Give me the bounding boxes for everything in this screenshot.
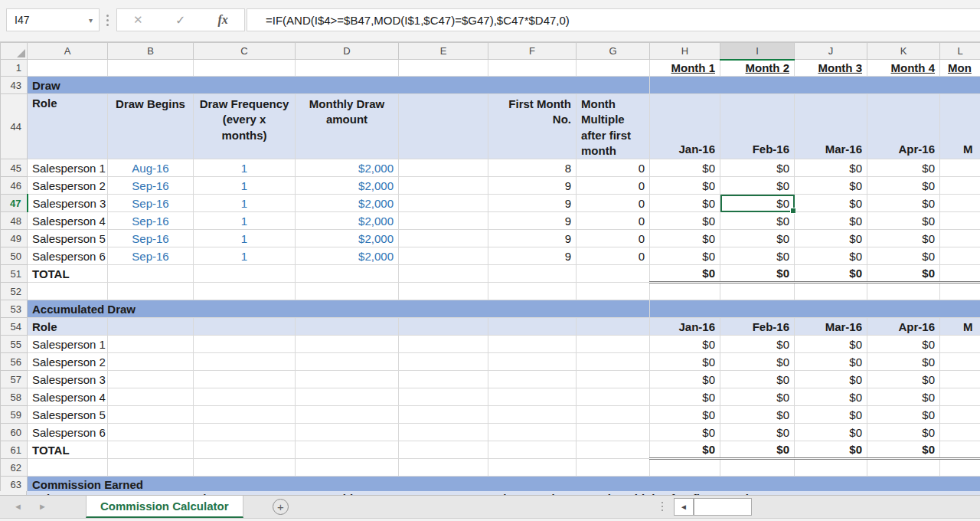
hscroll-thumb[interactable] <box>694 498 752 516</box>
cell-E50[interactable] <box>399 247 488 265</box>
cell-B49[interactable]: Sep-16 <box>108 230 194 247</box>
cell-I51[interactable]: $0 <box>720 265 795 283</box>
cell-L57[interactable] <box>940 371 980 388</box>
section-band-accumulated-draw[interactable] <box>650 300 980 318</box>
cell-H58[interactable]: $0 <box>650 388 720 406</box>
cell-F57[interactable] <box>488 371 577 388</box>
cell-J60[interactable]: $0 <box>795 424 867 441</box>
cell-K60[interactable]: $0 <box>867 424 940 441</box>
cell-C54[interactable] <box>194 318 296 336</box>
cell-I58[interactable]: $0 <box>720 388 795 406</box>
section-title-accumulated-draw[interactable]: Accumulated Draw <box>28 300 650 318</box>
cell-L56[interactable] <box>940 353 980 371</box>
cell-C48[interactable]: 1 <box>194 212 296 230</box>
cell-C59[interactable] <box>194 406 296 424</box>
cell-B44[interactable]: Draw Begins <box>108 94 194 159</box>
cell-L45[interactable] <box>940 159 980 177</box>
cell-F58[interactable] <box>488 388 577 406</box>
cell-H1[interactable]: Month 1 <box>650 60 720 77</box>
cell-F48[interactable]: 9 <box>488 212 577 230</box>
cell-I56[interactable]: $0 <box>720 353 795 371</box>
cell-I61[interactable]: $0 <box>720 441 795 459</box>
cell-B50[interactable]: Sep-16 <box>108 247 194 265</box>
row-header-47[interactable]: 47 <box>1 195 28 212</box>
cell-B45[interactable]: Aug-16 <box>108 159 194 177</box>
row-header-49[interactable]: 49 <box>1 230 28 247</box>
cell-K54[interactable]: Apr-16 <box>867 318 940 336</box>
cell-L58[interactable] <box>940 388 980 406</box>
column-header-I[interactable]: I <box>720 43 795 60</box>
cell-C57[interactable] <box>194 371 296 388</box>
sheet-tab-commission-calculator[interactable]: Commission Calculator <box>86 496 243 518</box>
section-title-draw[interactable]: Draw <box>28 77 650 94</box>
column-header-B[interactable]: B <box>108 43 194 60</box>
row-header-50[interactable]: 50 <box>1 247 28 265</box>
cell-D46[interactable]: $2,000 <box>296 177 399 195</box>
cell-I55[interactable]: $0 <box>720 336 795 353</box>
cell-E49[interactable] <box>399 230 488 247</box>
cell-D56[interactable] <box>296 353 399 371</box>
cell-B62[interactable] <box>108 459 194 477</box>
cell-B60[interactable] <box>108 424 194 441</box>
cell-E56[interactable] <box>399 353 488 371</box>
cell-B51[interactable] <box>108 265 194 283</box>
cell-B56[interactable] <box>108 353 194 371</box>
cell-K61[interactable]: $0 <box>867 441 940 459</box>
cell-C51[interactable] <box>194 265 296 283</box>
cell-H52[interactable] <box>650 283 720 300</box>
cell-B48[interactable]: Sep-16 <box>108 212 194 230</box>
cell-H46[interactable]: $0 <box>650 177 720 195</box>
cell-F49[interactable]: 9 <box>488 230 577 247</box>
sheet-nav-left-icon[interactable]: ◄ <box>14 503 22 511</box>
cell-B1[interactable] <box>108 60 194 77</box>
cell-L55[interactable] <box>940 336 980 353</box>
cell-J48[interactable]: $0 <box>795 212 867 230</box>
cell-I62[interactable] <box>720 459 795 477</box>
cell-L59[interactable] <box>940 406 980 424</box>
cell-H56[interactable]: $0 <box>650 353 720 371</box>
cell-C47[interactable]: 1 <box>194 195 296 212</box>
column-header-J[interactable]: J <box>795 43 867 60</box>
row-header-spacer[interactable]: 52 <box>1 283 28 300</box>
cell-D61[interactable] <box>296 441 399 459</box>
row-header-spacer[interactable]: 62 <box>1 459 28 477</box>
row-header-59[interactable]: 59 <box>1 406 28 424</box>
cell-G48[interactable]: 0 <box>577 212 650 230</box>
cell-E44[interactable] <box>399 94 488 159</box>
cell-E55[interactable] <box>399 336 488 353</box>
cell-E59[interactable] <box>399 406 488 424</box>
cell-K57[interactable]: $0 <box>867 371 940 388</box>
cell-D1[interactable] <box>296 60 399 77</box>
cell-G56[interactable] <box>577 353 650 371</box>
cell-E51[interactable] <box>399 265 488 283</box>
cell-I46[interactable]: $0 <box>720 177 795 195</box>
cell-G46[interactable]: 0 <box>577 177 650 195</box>
cell-E62[interactable] <box>399 459 488 477</box>
cell-A50[interactable]: Salesperson 6 <box>28 247 108 265</box>
cell-K50[interactable]: $0 <box>867 247 940 265</box>
row-header-51[interactable]: 51 <box>1 265 28 283</box>
cell-L50[interactable] <box>940 247 980 265</box>
cell-F46[interactable]: 9 <box>488 177 577 195</box>
cell-C58[interactable] <box>194 388 296 406</box>
cell-A62[interactable] <box>28 459 108 477</box>
cell-A44[interactable]: Role <box>28 94 108 159</box>
cell-L49[interactable] <box>940 230 980 247</box>
cell-J1[interactable]: Month 3 <box>795 60 867 77</box>
cell-A60[interactable]: Salesperson 6 <box>28 424 108 441</box>
cell-C52[interactable] <box>194 283 296 300</box>
cell-C45[interactable]: 1 <box>194 159 296 177</box>
cell-L44[interactable]: M <box>940 94 980 159</box>
cell-K47[interactable]: $0 <box>867 195 940 212</box>
cell-K45[interactable]: $0 <box>867 159 940 177</box>
column-header-G[interactable]: G <box>577 43 650 60</box>
cell-K48[interactable]: $0 <box>867 212 940 230</box>
cell-A55[interactable]: Salesperson 1 <box>28 336 108 353</box>
column-header-E[interactable]: E <box>399 43 488 60</box>
cell-D51[interactable] <box>296 265 399 283</box>
column-header-F[interactable]: F <box>488 43 577 60</box>
cell-C62[interactable] <box>194 459 296 477</box>
cell-G58[interactable] <box>577 388 650 406</box>
cell-D55[interactable] <box>296 336 399 353</box>
cell-L62[interactable] <box>940 459 980 477</box>
